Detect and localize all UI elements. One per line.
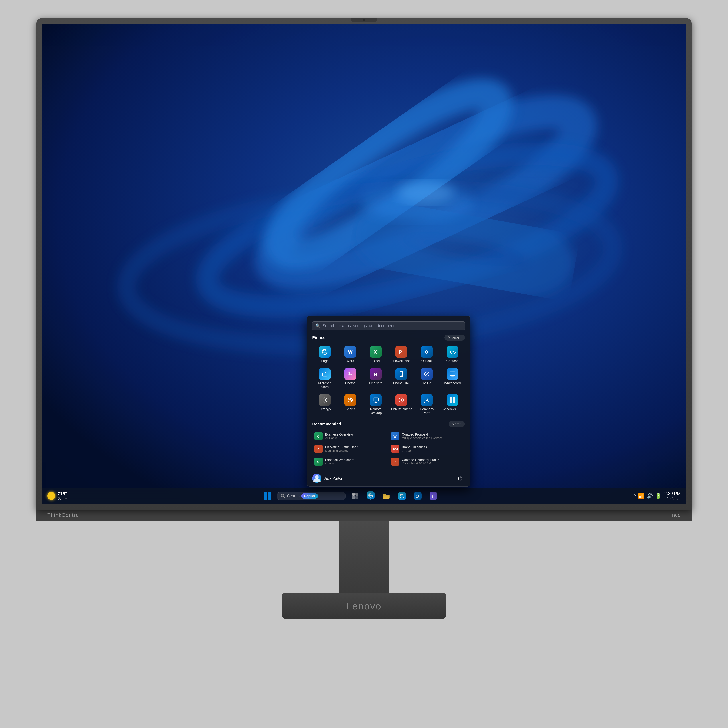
svg-point-20 [324, 399, 326, 401]
rec-sub-marketing: Marketing Weekly [325, 449, 386, 453]
app-whiteboard[interactable]: Whiteboard [440, 366, 465, 391]
todo-icon [421, 368, 433, 380]
rec-info-company: Contoso Company Profile Yesterday at 10:… [402, 458, 463, 465]
taskbar-teams[interactable]: T [427, 491, 440, 502]
remotedesktop-icon [370, 394, 382, 406]
taskbar-right: ^ 📶 🔊 🔋 2:30 PM 2/28/2023 [634, 491, 681, 501]
user-name: Jack Purton [324, 476, 343, 480]
app-remotedesktop[interactable]: Remote Desktop [364, 392, 388, 418]
clock-date: 2/28/2023 [664, 497, 681, 501]
svg-rect-19 [450, 372, 455, 375]
app-onenote[interactable]: N OneNote [364, 366, 388, 391]
rec-item-expense[interactable]: X Expense Worksheet 4h ago [312, 456, 388, 467]
volume-icon[interactable]: 🔊 [647, 493, 653, 499]
taskbar-outlook[interactable]: O [411, 491, 424, 502]
svg-rect-41 [352, 496, 355, 499]
app-word[interactable]: W Word [338, 344, 362, 365]
rec-info-proposal: Contoso Proposal Multiple people edited … [402, 433, 463, 440]
taskbar-edge[interactable] [364, 491, 377, 502]
windows365-icon [447, 394, 458, 406]
svg-line-38 [283, 497, 284, 498]
start-menu-search[interactable]: 🔍 Search for apps, settings, and documen… [312, 321, 465, 330]
rec-info-expense: Expense Worksheet 4h ago [325, 458, 386, 465]
start-button[interactable] [261, 491, 274, 502]
rec-item-marketing[interactable]: P Marketing Status Deck Marketing Weekly [312, 443, 388, 455]
taskbar-search[interactable]: Search Copilot [277, 492, 346, 500]
all-apps-button[interactable]: All apps › [444, 335, 465, 341]
chevron-icon[interactable]: ^ [634, 493, 636, 499]
app-windows365[interactable]: Windows 365 [440, 392, 465, 418]
rec-item-proposal[interactable]: W Contoso Proposal Multiple people edite… [389, 430, 465, 442]
onenote-label: OneNote [369, 381, 382, 385]
wifi-icon[interactable]: 📶 [638, 493, 644, 499]
copilot-badge[interactable]: Copilot [301, 493, 318, 499]
start-menu: 🔍 Search for apps, settings, and documen… [307, 316, 471, 487]
svg-rect-26 [450, 398, 452, 400]
app-companyportal[interactable]: Company Portal [414, 392, 439, 418]
app-phonelink[interactable]: Phone Link [389, 366, 414, 391]
power-button[interactable] [456, 474, 465, 483]
taskbar-edge2[interactable] [396, 491, 408, 502]
explorer-icon [382, 492, 390, 500]
search-input[interactable]: Search for apps, settings, and documents [323, 323, 462, 328]
thinkcentre-brand: ThinkCentre [47, 512, 79, 518]
companyportal-label: Company Portal [416, 407, 438, 415]
user-info[interactable]: Jack Purton [312, 474, 343, 483]
app-settings[interactable]: Settings [312, 392, 337, 418]
contoso-label: Contoso [446, 359, 459, 363]
phonelink-label: Phone Link [393, 381, 410, 385]
svg-rect-13 [323, 373, 327, 376]
companyportal-icon [421, 394, 433, 406]
app-edge[interactable]: Edge [312, 344, 337, 365]
taskbar-teams-icon: T [430, 492, 437, 500]
rec-item-business[interactable]: X Business Overview All Hands [312, 430, 388, 442]
app-outlook[interactable]: O Outlook [414, 344, 439, 365]
svg-text:CS: CS [450, 350, 456, 355]
rec-title-business: Business Overview [325, 433, 386, 436]
camera-bump [351, 18, 377, 22]
powerpoint-icon: P [396, 346, 407, 358]
svg-marker-24 [401, 399, 403, 401]
weather-desc: Sunny [58, 497, 67, 501]
app-excel[interactable]: X Excel [364, 344, 388, 365]
app-todo[interactable]: To Do [414, 366, 439, 391]
svg-rect-40 [355, 493, 358, 496]
rec-info-brand: Brand Guidelines 2h ago [402, 445, 463, 453]
app-photos[interactable]: Photos [338, 366, 362, 391]
weather-text: 71°F Sunny [58, 491, 67, 500]
taskbar-center: Search Copilot [67, 491, 634, 502]
app-store[interactable]: Microsoft Store [312, 366, 337, 391]
sports-label: Sports [346, 407, 355, 411]
svg-rect-28 [450, 401, 452, 402]
battery-icon[interactable]: 🔋 [655, 493, 662, 499]
rec-item-company[interactable]: P Contoso Company Profile Yesterday at 1… [389, 456, 465, 467]
taskbar-explorer[interactable] [380, 491, 393, 502]
entertainment-label: Entertainment [391, 407, 411, 411]
weather-widget[interactable]: 71°F Sunny [47, 491, 67, 500]
system-clock[interactable]: 2:30 PM 2/28/2023 [664, 491, 681, 501]
settings-icon [319, 394, 330, 406]
taskbar-edge2-icon [398, 492, 406, 500]
svg-rect-42 [355, 496, 358, 499]
clock-time: 2:30 PM [664, 491, 681, 496]
excel-icon: X [370, 346, 382, 358]
app-sports[interactable]: Sports [338, 392, 362, 418]
pinned-title: Pinned [312, 335, 326, 340]
taskbar-edge-icon [367, 491, 375, 499]
rec-ppt-icon-marketing: P [315, 445, 323, 453]
neo-brand: neo [672, 512, 681, 518]
camera-dot [363, 19, 365, 21]
app-powerpoint[interactable]: P PowerPoint [389, 344, 414, 365]
taskview-button[interactable] [349, 491, 361, 502]
app-contoso[interactable]: CS Contoso [440, 344, 465, 365]
rec-sub-expense: 4h ago [325, 462, 386, 465]
outlook-icon: O [421, 346, 433, 358]
rec-word-icon-proposal: W [391, 432, 399, 440]
svg-text:P: P [317, 447, 319, 451]
rec-item-brand[interactable]: PDF Brand Guidelines 2h ago [389, 443, 465, 455]
app-entertainment[interactable]: Entertainment [389, 392, 414, 418]
whiteboard-icon [447, 368, 458, 380]
tray-icons: ^ 📶 🔊 🔋 [634, 493, 661, 499]
user-bar: Jack Purton [312, 471, 465, 483]
more-button[interactable]: More › [449, 421, 465, 427]
